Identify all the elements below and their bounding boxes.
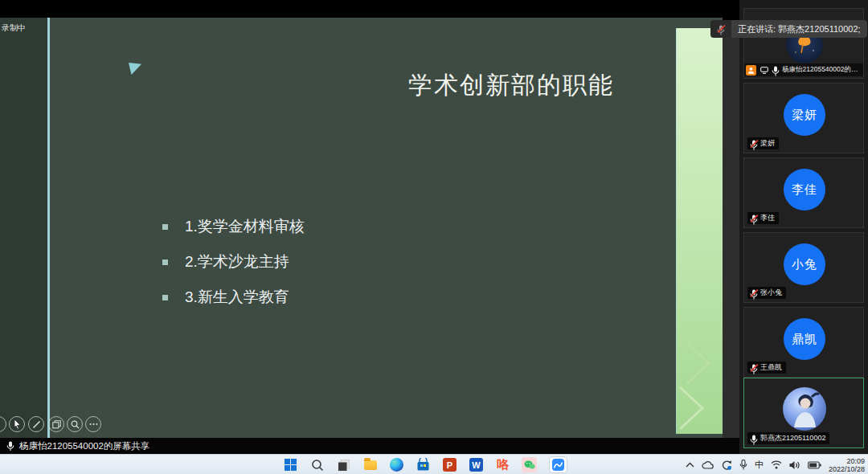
avatar bbox=[783, 387, 826, 431]
system-tray: 中 20:09 2022/10/28 bbox=[686, 455, 865, 474]
task-view-button[interactable] bbox=[336, 457, 351, 472]
app-background-gap bbox=[723, 0, 739, 454]
presentation-slide: 学术创新部的职能 1.奖学金材料审核 2.学术沙龙主持 3.新生入学教育 bbox=[50, 18, 674, 438]
participant-tile[interactable]: 鼎凯 王鼎凯 bbox=[743, 307, 864, 378]
participant-name: 张小兔 bbox=[760, 288, 782, 298]
wechat-button[interactable] bbox=[522, 457, 537, 472]
participant-name: 杨康怡21205540002的屏幕... bbox=[782, 65, 863, 75]
character-avatar-icon bbox=[783, 387, 826, 431]
participant-tile[interactable]: 梁妍 梁妍 bbox=[743, 83, 864, 153]
edge-icon bbox=[390, 458, 403, 472]
slide-left-margin bbox=[0, 18, 47, 438]
clock-time: 20:09 bbox=[829, 457, 865, 465]
speaker-icon[interactable] bbox=[789, 460, 800, 470]
tile-label: 张小兔 bbox=[747, 287, 786, 299]
share-bar-text: 杨康怡21205540002的屏幕共享 bbox=[19, 440, 149, 452]
participants-sidebar: 杨康怡21205540002的屏幕... 梁妍 梁妍 李佳 bbox=[739, 0, 868, 454]
start-button[interactable] bbox=[283, 457, 298, 472]
clock[interactable]: 20:09 2022/10/28 bbox=[829, 457, 865, 473]
avatar: 梁妍 bbox=[784, 94, 825, 136]
cursor-icon bbox=[13, 419, 22, 429]
bullet-text: 3.新生入学教育 bbox=[185, 287, 289, 308]
clock-date: 2022/10/28 bbox=[829, 465, 865, 473]
slides-panel-button[interactable] bbox=[48, 416, 64, 432]
microphone-icon bbox=[6, 441, 14, 452]
task-view-icon bbox=[338, 459, 350, 472]
tile-label: 王鼎凯 bbox=[747, 362, 786, 374]
microphone-muted-icon bbox=[750, 214, 758, 223]
slide-title: 学术创新部的职能 bbox=[408, 69, 614, 102]
powerpoint-button[interactable]: P bbox=[442, 457, 457, 472]
participant-name: 梁妍 bbox=[760, 138, 775, 149]
edge-button[interactable] bbox=[389, 457, 404, 472]
microphone-muted-icon bbox=[750, 288, 758, 298]
store-icon bbox=[416, 458, 430, 472]
slide-decor-triangle bbox=[129, 63, 141, 75]
bullet-item: 2.学术沙龙主持 bbox=[162, 252, 305, 272]
slide-bullet-list: 1.奖学金材料审核 2.学术沙龙主持 3.新生入学教育 bbox=[162, 217, 305, 323]
bullet-item: 1.奖学金材料审核 bbox=[162, 217, 305, 236]
zoom-tool-button[interactable] bbox=[67, 416, 83, 432]
avatar: 小兔 bbox=[784, 243, 825, 285]
bullet-marker bbox=[162, 224, 168, 230]
screen-share-view: 录制中 学术创新部的职能 1.奖学金材料审核 2.学术沙龙主持 3.新生入学教育 bbox=[0, 0, 739, 454]
sync-icon[interactable] bbox=[721, 460, 732, 470]
shared-screen-top-bar bbox=[0, 0, 739, 18]
powerpoint-icon: P bbox=[443, 458, 457, 472]
slides-icon bbox=[52, 420, 61, 429]
chevron-decor bbox=[680, 341, 720, 429]
folder-icon bbox=[364, 460, 377, 470]
tencent-meeting-active-frame bbox=[549, 456, 567, 473]
participant-tile[interactable]: 李佳 李佳 bbox=[743, 157, 864, 228]
windows-logo-icon bbox=[285, 459, 297, 471]
microphone-on-icon bbox=[772, 65, 780, 75]
tray-microphone-icon[interactable] bbox=[739, 460, 747, 470]
pen-icon bbox=[32, 420, 41, 429]
participant-tile[interactable]: 小兔 张小兔 bbox=[743, 232, 864, 303]
word-button[interactable]: W bbox=[469, 457, 484, 472]
search-button[interactable] bbox=[309, 457, 325, 472]
red-character-app-button[interactable]: 咯 bbox=[495, 457, 510, 472]
pen-tool-button[interactable] bbox=[28, 416, 44, 432]
now-speaking-banner: 正在讲话: 郭燕杰21205110002; bbox=[710, 20, 867, 38]
person-icon bbox=[747, 67, 755, 74]
wifi-icon[interactable] bbox=[771, 460, 782, 469]
tray-expand-chevron-icon[interactable] bbox=[686, 462, 694, 468]
tile-label: 杨康怡21205540002的屏幕... bbox=[744, 63, 864, 76]
tencent-meeting-button[interactable] bbox=[548, 457, 567, 472]
cursor-tool-button[interactable] bbox=[9, 416, 25, 432]
microphone-on-icon bbox=[750, 434, 758, 443]
magnifier-icon bbox=[71, 420, 80, 429]
avatar: 李佳 bbox=[784, 169, 825, 210]
tile-label: 李佳 bbox=[747, 212, 779, 224]
ellipsis-icon bbox=[89, 423, 98, 426]
screen-share-status-bar: 杨康怡21205540002的屏幕共享 bbox=[0, 438, 739, 454]
recording-indicator: 录制中 bbox=[2, 22, 26, 34]
windows-taskbar: P W 咯 bbox=[0, 454, 868, 474]
slide-right-decor-strip bbox=[676, 28, 723, 434]
red-character-app-icon: 咯 bbox=[497, 457, 509, 472]
bullet-marker bbox=[162, 259, 168, 265]
tencent-meeting-icon bbox=[552, 459, 564, 471]
microphone-muted-icon bbox=[750, 139, 758, 149]
participant-name: 郭燕杰21205110002 bbox=[760, 433, 825, 443]
onedrive-cloud-icon[interactable] bbox=[702, 461, 714, 469]
participant-tile-active-speaker[interactable]: 郭燕杰21205110002 bbox=[743, 378, 864, 448]
screen-share-badge bbox=[759, 65, 769, 76]
bullet-item: 3.新生入学教育 bbox=[162, 288, 305, 307]
search-icon bbox=[311, 459, 324, 472]
wechat-icon bbox=[522, 457, 537, 472]
tile-label: 郭燕杰21205110002 bbox=[747, 432, 829, 444]
more-tools-button[interactable] bbox=[85, 416, 101, 432]
bullet-text: 1.奖学金材料审核 bbox=[185, 216, 305, 237]
now-speaking-text: 正在讲话: 郭燕杰21205110002; bbox=[731, 20, 867, 38]
microsoft-store-button[interactable] bbox=[416, 457, 431, 472]
ime-indicator[interactable]: 中 bbox=[755, 459, 764, 471]
taskbar-app-icons: P W 咯 bbox=[283, 455, 567, 474]
file-explorer-button[interactable] bbox=[362, 457, 378, 472]
participant-tile-screen-share[interactable]: 杨康怡21205540002的屏幕... bbox=[743, 8, 864, 79]
participant-name: 李佳 bbox=[760, 213, 775, 223]
battery-icon[interactable] bbox=[808, 461, 821, 469]
word-icon: W bbox=[469, 458, 483, 472]
bullet-marker bbox=[162, 295, 168, 300]
